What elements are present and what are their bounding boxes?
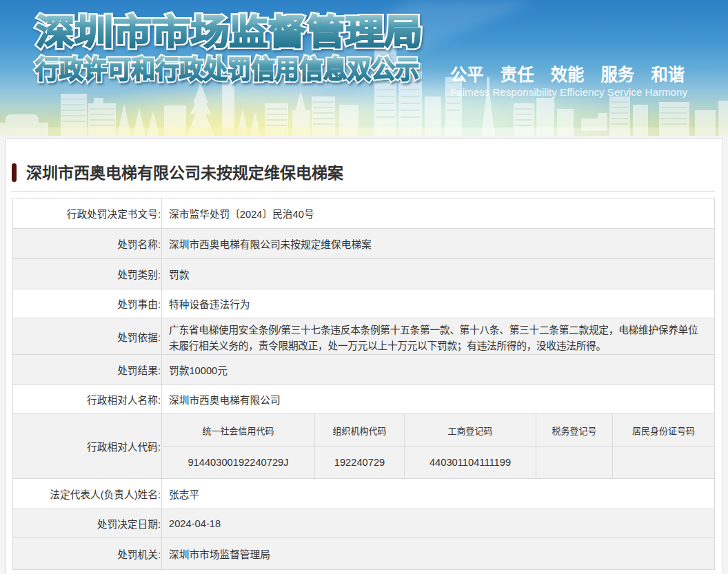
svg-text:Faimess Responsibility Effic: Faimess Responsibility Efficiency Servic… — [450, 87, 687, 98]
svg-text:行政许可和行政处罚信用信息双公示: 行政许可和行政处罚信用信息双公示 — [35, 56, 419, 84]
svg-text:深圳市市场监督管理局: 深圳市市场监督管理局 — [36, 13, 423, 52]
svg-text:公平 责任 效能 服务 和谐: 公平 责任 效能 服务 和谐 — [450, 65, 685, 84]
